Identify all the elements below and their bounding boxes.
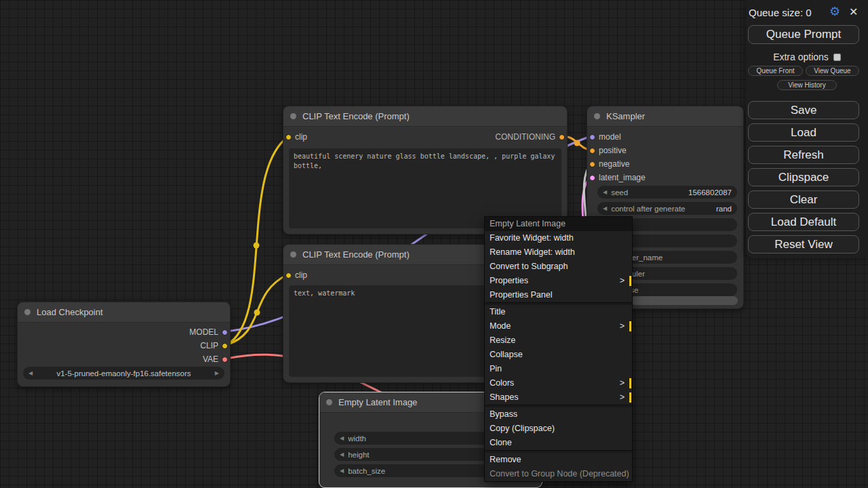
node-title: CLIP Text Encode (Prompt) [302,111,410,121]
node-clip-text-encode-positive[interactable]: CLIP Text Encode (Prompt) clip CONDITION… [283,106,568,235]
stepper-right-icon[interactable]: ▶ [215,370,219,376]
output-label-clip: CLIP [200,341,218,350]
input-label-model: model [599,132,621,142]
menu-item-mode[interactable]: Mode > [485,319,632,333]
widget-label: width [348,434,366,443]
menu-item-label: Properties [490,276,528,285]
input-port-clip[interactable] [285,134,292,140]
node-header[interactable]: KSampler [587,106,743,127]
link-dot-clip-positive [254,243,260,249]
menu-item-rename-widget[interactable]: Rename Widget: width [485,245,632,260]
settings-gear-icon[interactable]: ⚙ [829,5,840,18]
stepper-left-icon[interactable]: ◀ [340,468,344,474]
queue-size-label: Queue size: 0 [749,7,812,18]
node-collapse-dot-icon[interactable] [24,309,31,315]
stepper-left-icon[interactable]: ◀ [603,205,607,211]
save-button[interactable]: Save [748,101,859,119]
submenu-accent-bar [629,378,631,388]
close-icon[interactable]: ✕ [849,5,858,19]
output-port-conditioning[interactable] [559,134,565,140]
input-label-positive: positive [599,146,627,155]
load-button[interactable]: Load [748,123,859,142]
input-label-latent-image: latent_image [599,173,646,182]
reset-view-button[interactable]: Reset View [748,235,859,253]
node-collapse-dot-icon[interactable] [326,399,332,405]
submenu-arrow-icon: > [620,390,625,405]
widget-label: seed [611,188,628,197]
clipspace-button[interactable]: Clipspace [748,168,859,186]
widget-row-highlight [631,296,738,305]
ckpt-name-widget[interactable]: ◀ v1-5-pruned-emaonly-fp16.safetensors ▶ [23,367,224,380]
node-title: Load Checkpoint [37,307,103,317]
node-header[interactable]: Load Checkpoint [18,302,230,323]
stepper-left-icon[interactable]: ◀ [28,370,33,376]
input-label-clip: clip [295,270,307,280]
menu-item-properties-panel[interactable]: Properties Panel [485,288,632,302]
submenu-accent-bar [629,392,631,403]
submenu-arrow-icon: > [620,319,625,333]
extra-options-checkbox[interactable] [833,54,841,61]
menu-item-clone[interactable]: Clone [485,436,632,450]
menu-item-convert-to-subgraph[interactable]: Convert to Subgraph [485,260,632,274]
view-history-button[interactable]: View History [777,80,837,90]
output-label-vae: VAE [203,354,218,364]
widget-label: control after generate [611,205,685,213]
stepper-left-icon[interactable]: ◀ [340,451,344,458]
queue-menu-panel: Queue size: 0 ⚙ ✕ Queue Prompt Extra opt… [746,0,868,258]
widget-value: 1566802087 [688,188,732,197]
input-port-latent-image[interactable] [589,175,595,181]
node-load-checkpoint[interactable]: Load Checkpoint MODEL CLIP VAE ◀ v1-5-pr… [17,302,231,387]
menu-item-favorite-widget[interactable]: Favorite Widget: width [485,231,632,245]
node-title: CLIP Text Encode (Prompt) [302,249,410,260]
node-collapse-dot-icon[interactable] [594,113,600,119]
menu-item-pin[interactable]: Pin [485,362,632,376]
node-collapse-dot-icon[interactable] [290,251,296,258]
output-port-vae[interactable] [222,357,228,363]
menu-item-collapse[interactable]: Collapse [485,348,632,362]
submenu-arrow-icon: > [620,274,625,288]
node-canvas[interactable]: Load Checkpoint MODEL CLIP VAE ◀ v1-5-pr… [0,0,868,488]
output-port-clip[interactable] [222,343,228,349]
node-title: KSampler [606,111,645,121]
stepper-left-icon[interactable]: ◀ [340,435,344,441]
node-title: Empty Latent Image [338,397,417,407]
menu-item-label: Mode [490,321,511,331]
menu-item-convert-to-group-node[interactable]: Convert to Group Node (Deprecated) [485,467,632,481]
clear-button[interactable]: Clear [748,190,859,209]
queue-prompt-button[interactable]: Queue Prompt [748,25,859,44]
view-queue-button[interactable]: View Queue [806,66,859,76]
input-label-negative: negative [599,159,629,169]
ckpt-name-value: v1-5-pruned-emaonly-fp16.safetensors [37,369,211,378]
input-port-positive[interactable] [589,148,595,154]
menu-item-bypass[interactable]: Bypass [485,407,632,422]
widget-label: batch_size [348,467,385,475]
submenu-arrow-icon: > [620,376,625,390]
input-port-model[interactable] [589,134,595,140]
menu-item-title[interactable]: Title [485,305,632,319]
menu-item-colors[interactable]: Colors > [485,376,632,390]
input-label-clip: clip [295,132,307,142]
node-context-menu: Empty Latent Image Favorite Widget: widt… [484,216,633,482]
output-label-model: MODEL [189,327,218,337]
menu-item-remove[interactable]: Remove [485,453,632,467]
queue-front-button[interactable]: Queue Front [748,66,803,76]
input-port-clip[interactable] [285,272,292,279]
stepper-left-icon[interactable]: ◀ [603,189,607,195]
link-dot-conditioning [574,140,580,146]
submenu-accent-bar [629,276,631,286]
input-port-negative[interactable] [589,161,595,167]
output-port-model[interactable] [222,329,228,336]
extra-options-label: Extra options [773,52,829,62]
menu-item-label: Shapes [490,392,518,402]
menu-item-properties[interactable]: Properties > [485,274,632,288]
menu-item-copy-clipspace[interactable]: Copy (Clipspace) [485,422,632,436]
node-header[interactable]: CLIP Text Encode (Prompt) [283,106,567,127]
node-collapse-dot-icon[interactable] [290,113,296,119]
menu-item-resize[interactable]: Resize [485,333,632,348]
control-after-generate-widget[interactable]: ◀ control after generate rand [597,202,737,215]
widget-value: rand [716,205,732,213]
seed-widget[interactable]: ◀ seed 1566802087 [597,186,737,199]
load-default-button[interactable]: Load Default [748,213,859,231]
refresh-button[interactable]: Refresh [748,146,859,164]
menu-item-shapes[interactable]: Shapes > [485,390,632,405]
